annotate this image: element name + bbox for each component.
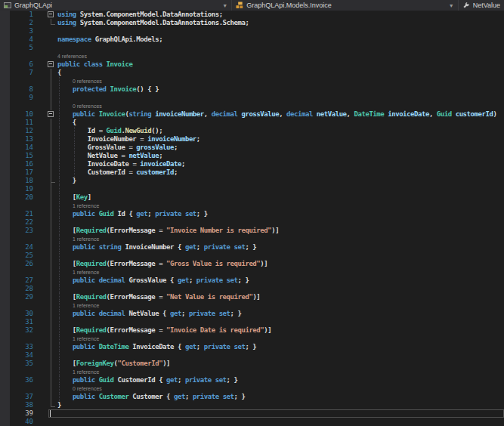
code-line[interactable]: 17 CustomerId = customerId; bbox=[0, 168, 504, 177]
code-line[interactable]: 11 { bbox=[0, 119, 504, 127]
code-text[interactable] bbox=[57, 185, 504, 193]
line-number[interactable] bbox=[0, 77, 35, 85]
code-text[interactable] bbox=[57, 285, 504, 293]
code-text[interactable]: { bbox=[57, 69, 504, 77]
codelens-row[interactable]: 4 references bbox=[0, 52, 504, 60]
code-line[interactable]: 9 bbox=[0, 94, 504, 102]
code-line[interactable]: 34 bbox=[0, 351, 504, 360]
line-number[interactable]: 22 bbox=[0, 218, 35, 227]
code-text[interactable]: protected Invoice() { } bbox=[57, 85, 504, 94]
codelens-row[interactable]: 1 reference bbox=[0, 335, 504, 343]
code-line[interactable]: 21 public Guid Id { get; private set; } bbox=[0, 210, 504, 218]
code-line[interactable]: 14 GrossValue = grossValue; bbox=[0, 144, 504, 152]
code-line[interactable]: 31 bbox=[0, 318, 504, 326]
code-text[interactable]: CustomerId = customerId; bbox=[57, 168, 504, 177]
line-number[interactable] bbox=[0, 268, 35, 276]
code-text[interactable]: 0 references bbox=[57, 77, 504, 85]
line-number[interactable]: 15 bbox=[0, 152, 35, 160]
code-text[interactable] bbox=[57, 27, 504, 36]
code-text[interactable]: 1 reference bbox=[57, 335, 504, 343]
codelens-row[interactable]: 1 reference bbox=[0, 235, 504, 243]
codelens-references[interactable]: 4 references bbox=[57, 52, 87, 60]
code-text[interactable]: [Required(ErrorMessage = "Gross Value is… bbox=[57, 260, 504, 268]
project-dropdown[interactable]: GraphQLApi ▼ bbox=[0, 0, 232, 11]
codelens-row[interactable]: 0 references bbox=[0, 384, 504, 393]
code-line[interactable]: 22 bbox=[0, 218, 504, 227]
code-line[interactable]: 28 bbox=[0, 285, 504, 293]
codelens-row[interactable]: 1 reference bbox=[0, 268, 504, 276]
code-text[interactable]: 1 reference bbox=[57, 268, 504, 276]
line-number[interactable]: 12 bbox=[0, 127, 35, 135]
code-text[interactable] bbox=[57, 44, 504, 52]
line-number[interactable]: 35 bbox=[0, 360, 35, 368]
line-number[interactable]: 40 bbox=[0, 418, 35, 426]
line-number[interactable]: 32 bbox=[0, 326, 35, 335]
chevron-down-icon[interactable]: ▼ bbox=[222, 3, 227, 8]
line-number[interactable]: 30 bbox=[0, 310, 35, 318]
code-line[interactable]: 36 public Guid CustomerId { get; private… bbox=[0, 376, 504, 384]
line-number[interactable] bbox=[0, 102, 35, 110]
code-text[interactable] bbox=[57, 418, 504, 426]
line-number[interactable] bbox=[0, 52, 35, 60]
code-text[interactable]: [Required(ErrorMessage = "Net Value is r… bbox=[57, 293, 504, 301]
codelens-references[interactable]: 1 reference bbox=[57, 301, 99, 310]
line-number[interactable]: 17 bbox=[0, 168, 35, 177]
collapse-icon[interactable] bbox=[48, 111, 54, 117]
code-text[interactable]: InvoiceDate = invoiceDate; bbox=[57, 160, 504, 168]
code-text[interactable] bbox=[57, 218, 504, 227]
codelens-row[interactable]: 1 reference bbox=[0, 368, 504, 376]
line-number[interactable] bbox=[0, 384, 35, 393]
code-text[interactable]: [ForeignKey("CustomerId")] bbox=[57, 360, 504, 368]
code-line[interactable]: 23 [Required(ErrorMessage = "Invoice Num… bbox=[0, 227, 504, 235]
code-text[interactable]: [Required(ErrorMessage = "Invoice Date i… bbox=[57, 326, 504, 335]
line-number[interactable]: 1 bbox=[0, 11, 35, 19]
code-line[interactable]: 2using System.ComponentModel.DataAnnotat… bbox=[0, 19, 504, 27]
code-text[interactable]: public Guid Id { get; private set; } bbox=[57, 210, 504, 218]
line-number[interactable]: 38 bbox=[0, 401, 35, 409]
line-number[interactable]: 31 bbox=[0, 318, 35, 326]
code-line[interactable]: 18 } bbox=[0, 177, 504, 185]
code-line[interactable]: 37 public Customer Customer { get; priva… bbox=[0, 393, 504, 401]
line-number[interactable]: 28 bbox=[0, 285, 35, 293]
line-number[interactable]: 2 bbox=[0, 19, 35, 27]
code-text[interactable]: public Invoice(string invoiceNumber, dec… bbox=[57, 110, 504, 119]
line-number[interactable]: 5 bbox=[0, 44, 35, 52]
code-line[interactable]: 38} bbox=[0, 401, 504, 409]
code-text[interactable]: namespace GraphQLApi.Models; bbox=[57, 36, 504, 44]
code-line[interactable]: 27 public decimal GrossValue { get; priv… bbox=[0, 276, 504, 285]
code-line[interactable]: 19 bbox=[0, 185, 504, 193]
code-line[interactable]: 26 [Required(ErrorMessage = "Gross Value… bbox=[0, 260, 504, 268]
line-number[interactable] bbox=[0, 301, 35, 310]
code-text[interactable]: } bbox=[57, 177, 504, 185]
code-text[interactable]: 1 reference bbox=[57, 202, 504, 210]
code-text[interactable]: 0 references bbox=[57, 384, 504, 393]
codelens-row[interactable]: 1 reference bbox=[0, 301, 504, 310]
line-number[interactable]: 6 bbox=[0, 60, 35, 69]
code-text[interactable]: public DateTime InvoiceDate { get; priva… bbox=[57, 343, 504, 351]
line-number[interactable] bbox=[0, 368, 35, 376]
line-number[interactable]: 34 bbox=[0, 351, 35, 360]
line-number[interactable]: 33 bbox=[0, 343, 35, 351]
code-text[interactable]: 1 reference bbox=[57, 301, 504, 310]
chevron-down-icon[interactable]: ▼ bbox=[449, 3, 454, 8]
code-line[interactable]: 4namespace GraphQLApi.Models; bbox=[0, 36, 504, 44]
line-number[interactable]: 19 bbox=[0, 185, 35, 193]
code-line[interactable]: 13 InvoiceNumber = invoiceNumber; bbox=[0, 135, 504, 144]
line-number[interactable]: 25 bbox=[0, 252, 35, 260]
code-line[interactable]: 33 public DateTime InvoiceDate { get; pr… bbox=[0, 343, 504, 351]
code-line[interactable]: 16 InvoiceDate = invoiceDate; bbox=[0, 160, 504, 168]
code-text[interactable]: [Key] bbox=[57, 193, 504, 202]
code-text[interactable]: using System.ComponentModel.DataAnnotati… bbox=[57, 19, 504, 27]
line-number[interactable]: 3 bbox=[0, 27, 35, 36]
code-line[interactable]: 5 bbox=[0, 44, 504, 52]
line-number[interactable]: 27 bbox=[0, 276, 35, 285]
codelens-row[interactable]: 1 reference bbox=[0, 202, 504, 210]
code-text[interactable]: public class Invoice bbox=[57, 60, 504, 69]
code-text[interactable]: Id = Guid.NewGuid(); bbox=[57, 127, 504, 135]
code-line[interactable]: 24 public string InvoiceNumber { get; pr… bbox=[0, 243, 504, 252]
line-number[interactable]: 23 bbox=[0, 227, 35, 235]
fold-margin[interactable] bbox=[35, 60, 57, 69]
code-text[interactable]: NetValue = netValue; bbox=[57, 152, 504, 160]
code-line[interactable]: 35 [ForeignKey("CustomerId")] bbox=[0, 360, 504, 368]
member-dropdown[interactable]: NetValue bbox=[459, 0, 504, 11]
